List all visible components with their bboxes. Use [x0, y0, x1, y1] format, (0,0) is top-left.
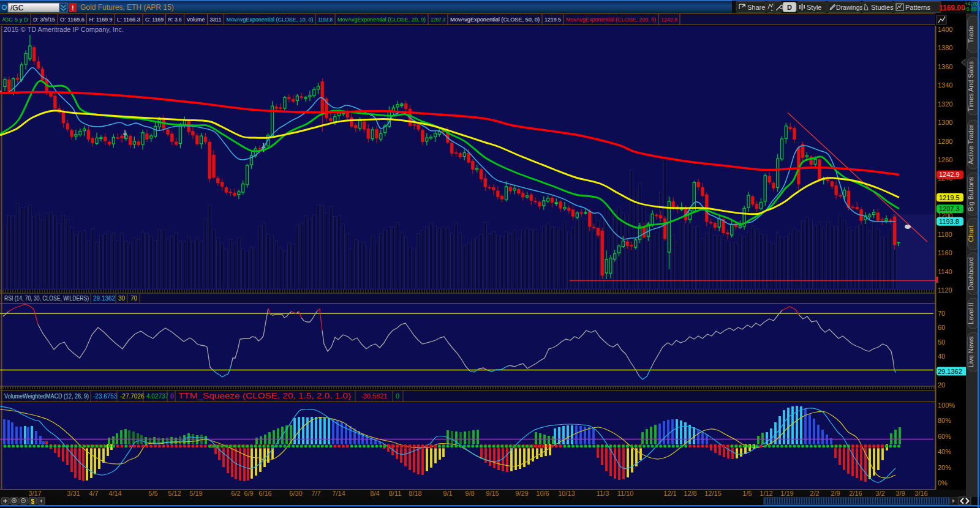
svg-text:3/17: 3/17	[28, 490, 41, 497]
svg-text:2015 © TD Ameritrade IP Compan: 2015 © TD Ameritrade IP Company, Inc.	[4, 26, 124, 33]
svg-text:2/16: 2/16	[849, 490, 862, 497]
svg-text:1120: 1120	[938, 286, 952, 294]
svg-text:8/18: 8/18	[409, 490, 421, 497]
svg-text:1380: 1380	[938, 44, 952, 51]
svg-text:D: 3/9/15: D: 3/9/15	[33, 16, 55, 23]
svg-text:3311: 3311	[210, 16, 222, 23]
svg-text:29.1362: 29.1362	[938, 368, 962, 375]
svg-text:12/15: 12/15	[704, 490, 722, 497]
svg-text:1/19: 1/19	[780, 490, 793, 497]
svg-text:1193.8: 1193.8	[939, 218, 959, 225]
svg-text:!: !	[72, 4, 74, 12]
svg-text:9/15: 9/15	[486, 490, 499, 497]
svg-text:40%: 40%	[938, 448, 951, 455]
svg-text:30: 30	[118, 295, 126, 302]
svg-text:1207.3: 1207.3	[431, 16, 445, 23]
svg-text:12/1: 12/1	[663, 490, 676, 497]
svg-text:Big Buttons: Big Buttons	[967, 176, 974, 211]
svg-text:Chart: Chart	[967, 226, 974, 242]
svg-text:1169.00: 1169.00	[939, 4, 965, 12]
svg-text:RSI (14, 70, 30, CLOSE, WILDER: RSI (14, 70, 30, CLOSE, WILDERS)	[4, 295, 89, 302]
svg-text:Studies: Studies	[871, 4, 894, 11]
svg-text:T: T	[897, 241, 900, 247]
svg-text:1300: 1300	[938, 119, 952, 126]
svg-text:9/29: 9/29	[515, 490, 528, 497]
svg-text:Dashboard: Dashboard	[967, 257, 974, 290]
svg-text:50: 50	[938, 338, 945, 346]
svg-text:6/2: 6/2	[231, 490, 240, 497]
svg-text:1/12: 1/12	[760, 490, 772, 497]
svg-text:1320: 1320	[938, 100, 952, 108]
svg-text:1160: 1160	[938, 249, 952, 256]
svg-text:4.02737: 4.02737	[146, 393, 169, 400]
svg-text:1140: 1140	[938, 268, 952, 275]
svg-text:-27.7026: -27.7026	[120, 393, 145, 400]
svg-text:MovAvgExponential (CLOSE, 20,: MovAvgExponential (CLOSE, 20, 0)	[337, 16, 426, 23]
svg-text:-30.5821: -30.5821	[361, 392, 387, 400]
svg-text:12/8: 12/8	[684, 490, 696, 497]
svg-text:11/10: 11/10	[617, 490, 634, 497]
svg-text:TTM_Squeeze (CLOSE, 20, 1.5, 2: TTM_Squeeze (CLOSE, 20, 1.5, 2.0, 1.0)	[178, 392, 351, 400]
svg-text:Share: Share	[747, 4, 765, 11]
svg-text:70: 70	[130, 295, 138, 302]
svg-text:2/9: 2/9	[831, 490, 840, 497]
svg-text:Level II: Level II	[967, 302, 974, 324]
svg-text:70: 70	[938, 310, 945, 317]
svg-text:2/2: 2/2	[810, 490, 819, 497]
svg-text:VolumeWeightedMACD (12, 26, 9): VolumeWeightedMACD (12, 26, 9)	[4, 393, 89, 400]
svg-text:D: D	[787, 4, 792, 11]
svg-text:1400: 1400	[938, 26, 952, 33]
svg-text:MovAvgExponential (CLOSE, 200,: MovAvgExponential (CLOSE, 200, 0)	[566, 16, 656, 23]
svg-text:1219.5: 1219.5	[939, 194, 960, 201]
svg-text:80%: 80%	[938, 417, 951, 424]
svg-text:Style: Style	[807, 4, 821, 11]
svg-text:1260: 1260	[938, 156, 952, 163]
svg-text:+0.40 %: +0.40 %	[963, 6, 980, 12]
svg-text:0%: 0%	[938, 479, 948, 487]
svg-text:3/9: 3/9	[895, 490, 905, 497]
svg-text:8/11: 8/11	[389, 490, 402, 497]
svg-text:/GC 5 y D: /GC 5 y D	[2, 16, 28, 23]
svg-text:1193.8: 1193.8	[318, 16, 333, 23]
svg-text:29.1362: 29.1362	[93, 295, 116, 302]
svg-text:40: 40	[938, 353, 945, 360]
svg-text:9/1: 9/1	[443, 490, 452, 497]
svg-text:/GC: /GC	[10, 4, 24, 12]
svg-text:11/3: 11/3	[597, 490, 609, 497]
svg-text:1219.5: 1219.5	[545, 16, 561, 23]
svg-text:1340: 1340	[938, 81, 952, 89]
svg-text:1242.9: 1242.9	[939, 171, 960, 178]
svg-text:0: 0	[396, 392, 399, 400]
svg-text:20: 20	[938, 381, 945, 389]
svg-text:O: 1169.6: O: 1169.6	[60, 16, 85, 23]
svg-text:5/5: 5/5	[148, 490, 157, 497]
svg-text:Live News: Live News	[967, 336, 974, 367]
svg-text:10/6: 10/6	[536, 490, 549, 497]
svg-text:20%: 20%	[938, 464, 951, 471]
svg-text:10/13: 10/13	[558, 490, 575, 497]
svg-text:60: 60	[938, 324, 945, 331]
svg-text:3/16: 3/16	[914, 490, 927, 497]
svg-text:6/9: 6/9	[244, 490, 253, 497]
svg-text:Gold Futures, ETH (APR 15): Gold Futures, ETH (APR 15)	[80, 3, 174, 12]
svg-text:4/7: 4/7	[89, 490, 98, 497]
svg-text:MovAvgExponential (CLOSE, 10,: MovAvgExponential (CLOSE, 10, 0)	[227, 16, 314, 23]
svg-text:6/30: 6/30	[289, 490, 302, 497]
svg-text:1280: 1280	[938, 138, 952, 145]
svg-text:1/5: 1/5	[742, 490, 752, 497]
svg-text:1242.9: 1242.9	[661, 16, 677, 23]
svg-text:Patterns: Patterns	[905, 4, 930, 11]
svg-text:H: 1169.9: H: 1169.9	[89, 16, 113, 23]
svg-text:7/14: 7/14	[332, 490, 345, 497]
svg-text:C: 1169: C: 1169	[145, 16, 164, 23]
svg-text:Times And Sales: Times And Sales	[967, 61, 974, 111]
svg-text:Active Trader: Active Trader	[967, 124, 974, 164]
svg-text:8/4: 8/4	[370, 490, 379, 497]
svg-text:MovAvgExponential (CLOSE, 50,: MovAvgExponential (CLOSE, 50, 0)	[450, 16, 540, 23]
svg-text:3/2: 3/2	[875, 490, 884, 497]
svg-text:0: 0	[170, 393, 174, 400]
svg-text:-23.6753: -23.6753	[93, 393, 118, 400]
svg-text:Drawings: Drawings	[836, 4, 863, 11]
svg-text:6/16: 6/16	[258, 490, 271, 497]
svg-text:Volume: Volume	[187, 16, 205, 23]
